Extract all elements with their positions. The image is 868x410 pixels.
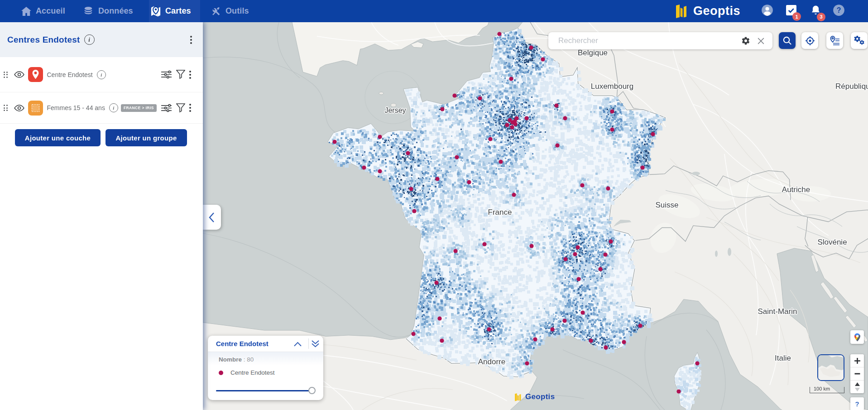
svg-text:?: ? <box>837 6 841 14</box>
svg-text:Suisse: Suisse <box>655 201 678 209</box>
svg-text:Saint-Marin: Saint-Marin <box>758 307 797 316</box>
svg-text:France: France <box>488 208 512 217</box>
svg-text:Luxembourg: Luxembourg <box>591 82 634 91</box>
svg-text:République tc: République tc <box>835 82 868 91</box>
svg-text:Jersey: Jersey <box>384 106 406 114</box>
svg-text:Slovénie: Slovénie <box>817 238 847 246</box>
svg-text:Belgique: Belgique <box>578 48 608 57</box>
svg-text:Andorre: Andorre <box>478 357 505 366</box>
svg-text:Italie: Italie <box>775 354 791 362</box>
svg-text:Autriche: Autriche <box>782 185 810 194</box>
